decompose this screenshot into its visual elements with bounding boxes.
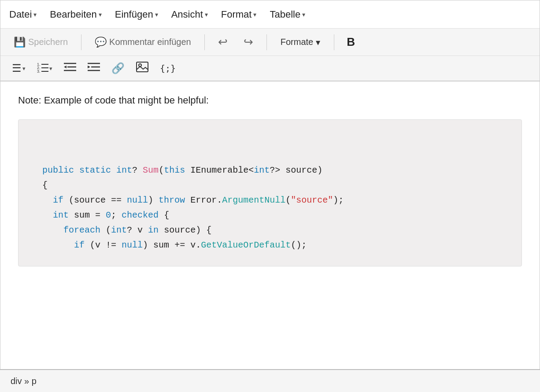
- menu-datei[interactable]: Datei ▾: [9, 9, 37, 20]
- image-button[interactable]: [132, 59, 153, 78]
- unordered-list-icon: ☰: [12, 62, 22, 74]
- formates-button[interactable]: Formate ▾: [274, 34, 327, 51]
- code-block: public static int? Sum(this IEnumerable<…: [18, 119, 522, 266]
- code-icon: {;}: [160, 63, 176, 74]
- menu-tabelle-label: Tabelle: [270, 9, 300, 20]
- menu-format-label: Format: [221, 9, 252, 20]
- separator: [266, 34, 267, 50]
- save-icon: 💾: [14, 37, 26, 48]
- comment-icon: 💬: [95, 37, 107, 48]
- chevron-down-icon: ▾: [253, 11, 256, 18]
- chevron-down-icon: ▾: [33, 11, 37, 18]
- code-line: public static int? Sum(this IEnumerable<…: [32, 163, 508, 178]
- undo-button[interactable]: ↩: [212, 33, 234, 52]
- chevron-down-icon: ▾: [316, 37, 320, 48]
- chevron-down-icon: ▾: [302, 11, 305, 18]
- code-line: foreach (int? v in source) {: [32, 223, 508, 238]
- menu-ansicht-label: Ansicht: [171, 9, 203, 20]
- menu-einfuegen[interactable]: Einfügen ▾: [115, 9, 158, 20]
- menu-bar: Datei ▾ Bearbeiten ▾ Einfügen ▾ Ansicht …: [0, 0, 540, 29]
- code-line: [32, 148, 508, 163]
- unordered-list-button[interactable]: ☰ ▾: [7, 59, 30, 77]
- outdent-button[interactable]: [59, 59, 81, 78]
- code-line: int sum = 0; checked {: [32, 208, 508, 223]
- menu-datei-label: Datei: [9, 9, 32, 20]
- chevron-down-icon: ▾: [49, 65, 52, 72]
- code-button[interactable]: {;}: [155, 60, 180, 76]
- code-line: [32, 133, 508, 148]
- image-icon: [136, 62, 148, 75]
- comment-label: Kommentar einfügen: [109, 37, 191, 47]
- ordered-list-button[interactable]: 1. 2. 3. ▾: [33, 59, 57, 78]
- toolbar-row1: 💾 Speichern 💬 Kommentar einfügen ↩ ↪ For…: [0, 29, 540, 56]
- separator: [204, 34, 205, 50]
- link-icon: 🔗: [111, 62, 125, 74]
- menu-format[interactable]: Format ▾: [221, 9, 257, 20]
- svg-rect-14: [137, 62, 148, 72]
- link-button[interactable]: 🔗: [107, 59, 129, 77]
- chevron-down-icon: ▾: [99, 11, 102, 18]
- status-bar: div » p: [0, 369, 540, 392]
- chevron-down-icon: ▾: [22, 65, 26, 72]
- separator: [334, 34, 334, 50]
- undo-icon: ↩: [218, 35, 228, 49]
- svg-marker-13: [88, 66, 90, 68]
- menu-bearbeiten-label: Bearbeiten: [50, 9, 96, 20]
- content-area: Note: Example of code that might be help…: [0, 81, 540, 280]
- indent-icon: [88, 62, 100, 75]
- formates-label: Formate: [281, 37, 313, 47]
- separator: [81, 34, 81, 50]
- bold-button[interactable]: B: [341, 33, 360, 51]
- code-line: if (v != null) sum += v.GetValueOrDefaul…: [32, 238, 508, 253]
- svg-marker-9: [64, 66, 67, 68]
- menu-tabelle[interactable]: Tabelle ▾: [270, 9, 305, 20]
- breadcrumb: div » p: [11, 376, 37, 386]
- code-line: {: [32, 178, 508, 193]
- note-text: Note: Example of code that might be help…: [18, 95, 522, 106]
- code-line: if (source == null) throw Error.Argument…: [32, 193, 508, 208]
- svg-text:3.: 3.: [37, 69, 41, 73]
- menu-ansicht[interactable]: Ansicht ▾: [171, 9, 208, 20]
- menu-bearbeiten[interactable]: Bearbeiten ▾: [50, 9, 101, 20]
- comment-button[interactable]: 💬 Kommentar einfügen: [89, 34, 197, 51]
- chevron-down-icon: ▾: [155, 11, 158, 18]
- menu-einfuegen-label: Einfügen: [115, 9, 153, 20]
- redo-icon: ↪: [244, 35, 253, 49]
- bold-label: B: [347, 35, 355, 48]
- toolbar-row2: ☰ ▾ 1. 2. 3. ▾: [0, 56, 540, 81]
- indent-button[interactable]: [83, 59, 104, 78]
- save-button[interactable]: 💾 Speichern: [7, 34, 74, 51]
- save-label: Speichern: [28, 37, 68, 47]
- chevron-down-icon: ▾: [205, 11, 208, 18]
- ordered-list-icon: 1. 2. 3.: [37, 61, 48, 75]
- redo-button[interactable]: ↪: [237, 33, 259, 52]
- outdent-icon: [64, 62, 76, 75]
